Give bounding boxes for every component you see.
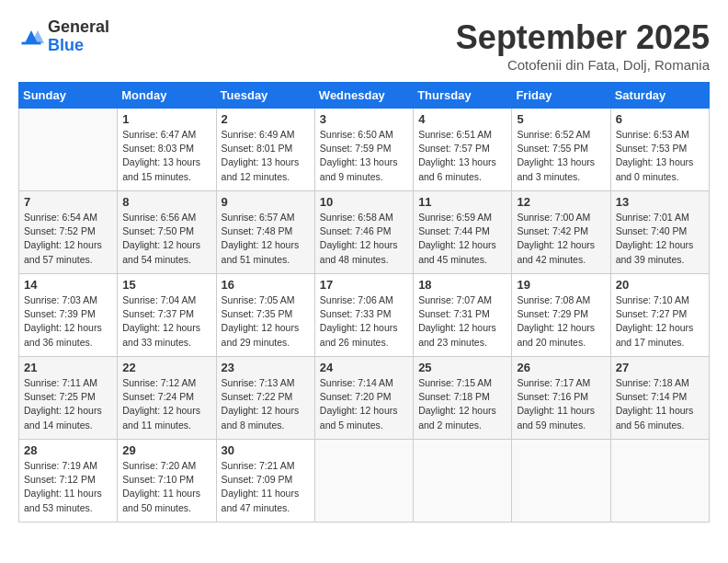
logo-icon bbox=[18, 24, 44, 50]
page-header: General Blue September 2025 Cotofenii di… bbox=[18, 18, 710, 73]
day-number: 19 bbox=[517, 278, 605, 292]
cell-info: Sunrise: 7:17 AM Sunset: 7:16 PM Dayligh… bbox=[517, 376, 605, 432]
calendar-cell: 13Sunrise: 7:01 AM Sunset: 7:40 PM Dayli… bbox=[610, 191, 709, 274]
calendar-table: SundayMondayTuesdayWednesdayThursdayFrid… bbox=[18, 82, 710, 523]
calendar-week-5: 28Sunrise: 7:19 AM Sunset: 7:12 PM Dayli… bbox=[19, 440, 710, 523]
calendar-cell bbox=[314, 440, 413, 523]
day-number: 27 bbox=[616, 361, 704, 374]
cell-info: Sunrise: 6:52 AM Sunset: 7:55 PM Dayligh… bbox=[517, 128, 605, 184]
day-header-sunday: Sunday bbox=[19, 83, 118, 109]
cell-info: Sunrise: 6:47 AM Sunset: 8:03 PM Dayligh… bbox=[122, 128, 210, 184]
calendar-cell: 20Sunrise: 7:10 AM Sunset: 7:27 PM Dayli… bbox=[610, 274, 709, 357]
cell-info: Sunrise: 6:51 AM Sunset: 7:57 PM Dayligh… bbox=[418, 128, 506, 184]
cell-info: Sunrise: 7:07 AM Sunset: 7:31 PM Dayligh… bbox=[418, 293, 506, 350]
cell-info: Sunrise: 7:12 AM Sunset: 7:24 PM Dayligh… bbox=[122, 376, 210, 432]
day-number: 14 bbox=[24, 278, 112, 292]
calendar-week-4: 21Sunrise: 7:11 AM Sunset: 7:25 PM Dayli… bbox=[19, 357, 710, 440]
day-number: 3 bbox=[320, 112, 408, 126]
calendar-week-3: 14Sunrise: 7:03 AM Sunset: 7:39 PM Dayli… bbox=[19, 274, 710, 357]
svg-rect-2 bbox=[22, 41, 41, 44]
calendar-cell: 27Sunrise: 7:18 AM Sunset: 7:14 PM Dayli… bbox=[610, 357, 709, 440]
calendar-cell: 14Sunrise: 7:03 AM Sunset: 7:39 PM Dayli… bbox=[19, 274, 118, 357]
day-number: 23 bbox=[222, 361, 310, 374]
calendar-body: 1Sunrise: 6:47 AM Sunset: 8:03 PM Daylig… bbox=[19, 109, 710, 523]
cell-info: Sunrise: 6:59 AM Sunset: 7:44 PM Dayligh… bbox=[418, 211, 506, 267]
calendar-cell: 9Sunrise: 6:57 AM Sunset: 7:48 PM Daylig… bbox=[216, 191, 314, 274]
cell-info: Sunrise: 6:53 AM Sunset: 7:53 PM Dayligh… bbox=[616, 128, 704, 184]
cell-info: Sunrise: 7:18 AM Sunset: 7:14 PM Dayligh… bbox=[616, 376, 704, 432]
cell-info: Sunrise: 7:15 AM Sunset: 7:18 PM Dayligh… bbox=[418, 376, 506, 432]
cell-info: Sunrise: 7:01 AM Sunset: 7:40 PM Dayligh… bbox=[616, 211, 704, 267]
cell-info: Sunrise: 6:57 AM Sunset: 7:48 PM Dayligh… bbox=[222, 211, 310, 267]
cell-info: Sunrise: 7:00 AM Sunset: 7:42 PM Dayligh… bbox=[517, 211, 605, 267]
day-number: 12 bbox=[517, 195, 605, 209]
calendar-cell: 8Sunrise: 6:56 AM Sunset: 7:50 PM Daylig… bbox=[118, 191, 216, 274]
calendar-cell: 5Sunrise: 6:52 AM Sunset: 7:55 PM Daylig… bbox=[512, 109, 610, 191]
day-header-friday: Friday bbox=[512, 83, 610, 109]
cell-info: Sunrise: 6:54 AM Sunset: 7:52 PM Dayligh… bbox=[24, 211, 112, 267]
cell-info: Sunrise: 7:08 AM Sunset: 7:29 PM Dayligh… bbox=[517, 293, 605, 350]
cell-info: Sunrise: 6:50 AM Sunset: 7:59 PM Dayligh… bbox=[320, 128, 408, 184]
cell-info: Sunrise: 7:20 AM Sunset: 7:10 PM Dayligh… bbox=[122, 459, 210, 515]
title-block: September 2025 Cotofenii din Fata, Dolj,… bbox=[456, 18, 710, 73]
calendar-cell: 22Sunrise: 7:12 AM Sunset: 7:24 PM Dayli… bbox=[118, 357, 216, 440]
cell-info: Sunrise: 7:14 AM Sunset: 7:20 PM Dayligh… bbox=[320, 376, 408, 432]
calendar-cell: 16Sunrise: 7:05 AM Sunset: 7:35 PM Dayli… bbox=[216, 274, 314, 357]
calendar-week-1: 1Sunrise: 6:47 AM Sunset: 8:03 PM Daylig… bbox=[19, 109, 710, 191]
cell-info: Sunrise: 6:58 AM Sunset: 7:46 PM Dayligh… bbox=[320, 211, 408, 267]
cell-info: Sunrise: 7:06 AM Sunset: 7:33 PM Dayligh… bbox=[320, 293, 408, 350]
day-number: 15 bbox=[122, 278, 210, 292]
calendar-cell: 3Sunrise: 6:50 AM Sunset: 7:59 PM Daylig… bbox=[314, 109, 413, 191]
calendar-week-2: 7Sunrise: 6:54 AM Sunset: 7:52 PM Daylig… bbox=[19, 191, 710, 274]
calendar-cell bbox=[512, 440, 610, 523]
calendar-cell bbox=[19, 109, 118, 191]
calendar-cell: 2Sunrise: 6:49 AM Sunset: 8:01 PM Daylig… bbox=[216, 109, 314, 191]
calendar-header-row: SundayMondayTuesdayWednesdayThursdayFrid… bbox=[19, 83, 710, 109]
calendar-cell: 15Sunrise: 7:04 AM Sunset: 7:37 PM Dayli… bbox=[118, 274, 216, 357]
cell-info: Sunrise: 7:21 AM Sunset: 7:09 PM Dayligh… bbox=[222, 459, 310, 515]
day-number: 25 bbox=[418, 361, 506, 374]
calendar-cell: 25Sunrise: 7:15 AM Sunset: 7:18 PM Dayli… bbox=[414, 357, 512, 440]
logo-text: General Blue bbox=[48, 18, 109, 55]
calendar-cell: 29Sunrise: 7:20 AM Sunset: 7:10 PM Dayli… bbox=[118, 440, 216, 523]
cell-info: Sunrise: 6:49 AM Sunset: 8:01 PM Dayligh… bbox=[222, 128, 310, 184]
cell-info: Sunrise: 7:19 AM Sunset: 7:12 PM Dayligh… bbox=[24, 459, 112, 515]
month-title: September 2025 bbox=[456, 18, 710, 57]
day-number: 1 bbox=[122, 112, 210, 126]
day-header-monday: Monday bbox=[118, 83, 216, 109]
day-number: 18 bbox=[418, 278, 506, 292]
day-number: 16 bbox=[222, 278, 310, 292]
calendar-cell: 23Sunrise: 7:13 AM Sunset: 7:22 PM Dayli… bbox=[216, 357, 314, 440]
day-number: 9 bbox=[222, 195, 310, 209]
day-number: 26 bbox=[517, 361, 605, 374]
calendar-cell: 10Sunrise: 6:58 AM Sunset: 7:46 PM Dayli… bbox=[314, 191, 413, 274]
day-number: 6 bbox=[616, 112, 704, 126]
day-number: 20 bbox=[616, 278, 704, 292]
calendar-cell: 21Sunrise: 7:11 AM Sunset: 7:25 PM Dayli… bbox=[19, 357, 118, 440]
calendar-cell: 30Sunrise: 7:21 AM Sunset: 7:09 PM Dayli… bbox=[216, 440, 314, 523]
day-header-tuesday: Tuesday bbox=[216, 83, 314, 109]
day-number: 28 bbox=[24, 443, 112, 457]
cell-info: Sunrise: 7:04 AM Sunset: 7:37 PM Dayligh… bbox=[122, 293, 210, 350]
day-number: 13 bbox=[616, 195, 704, 209]
day-number: 4 bbox=[418, 112, 506, 126]
day-number: 21 bbox=[24, 361, 112, 374]
day-number: 7 bbox=[24, 195, 112, 209]
calendar-cell: 12Sunrise: 7:00 AM Sunset: 7:42 PM Dayli… bbox=[512, 191, 610, 274]
calendar-cell: 4Sunrise: 6:51 AM Sunset: 7:57 PM Daylig… bbox=[414, 109, 512, 191]
cell-info: Sunrise: 7:03 AM Sunset: 7:39 PM Dayligh… bbox=[24, 293, 112, 350]
cell-info: Sunrise: 7:05 AM Sunset: 7:35 PM Dayligh… bbox=[222, 293, 310, 350]
calendar-cell: 1Sunrise: 6:47 AM Sunset: 8:03 PM Daylig… bbox=[118, 109, 216, 191]
day-number: 5 bbox=[517, 112, 605, 126]
day-number: 22 bbox=[122, 361, 210, 374]
day-number: 30 bbox=[222, 443, 310, 457]
logo: General Blue bbox=[18, 18, 109, 55]
calendar-cell: 11Sunrise: 6:59 AM Sunset: 7:44 PM Dayli… bbox=[414, 191, 512, 274]
calendar-cell: 24Sunrise: 7:14 AM Sunset: 7:20 PM Dayli… bbox=[314, 357, 413, 440]
cell-info: Sunrise: 7:11 AM Sunset: 7:25 PM Dayligh… bbox=[24, 376, 112, 432]
day-header-saturday: Saturday bbox=[610, 83, 709, 109]
calendar-cell: 26Sunrise: 7:17 AM Sunset: 7:16 PM Dayli… bbox=[512, 357, 610, 440]
calendar-cell: 18Sunrise: 7:07 AM Sunset: 7:31 PM Dayli… bbox=[414, 274, 512, 357]
cell-info: Sunrise: 7:13 AM Sunset: 7:22 PM Dayligh… bbox=[222, 376, 310, 432]
day-number: 29 bbox=[122, 443, 210, 457]
